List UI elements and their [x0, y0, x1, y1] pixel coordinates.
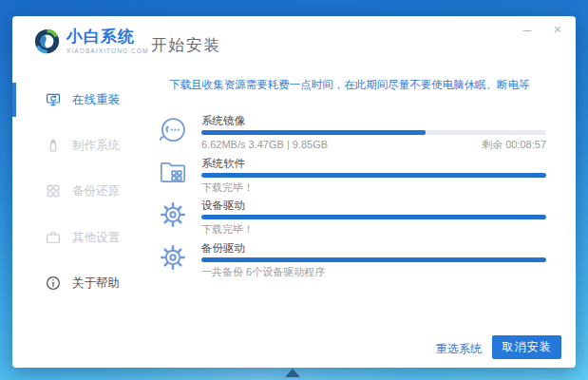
sidebar-item-backup-restore[interactable]: 备份还原 — [45, 180, 120, 202]
task-detail: 下载完毕！ — [201, 181, 254, 193]
install-notice: 下载且收集资源需要耗费一点时间，在此期间尽量不要使电脑休眠、断电等 — [145, 78, 554, 92]
task-label: 备份驱动 — [201, 241, 546, 255]
progress-bar-fill — [201, 257, 546, 262]
sidebar-item-label: 关于帮助 — [72, 276, 120, 292]
brand-logo: 小白系统 XIAOBAIXITONG.COM — [34, 28, 148, 54]
backup-grid-icon — [45, 182, 62, 200]
sidebar-item-label: 其他设置 — [72, 230, 120, 246]
info-icon — [45, 275, 62, 292]
progress-bar — [201, 257, 546, 262]
sidebar-item-online-reinstall[interactable]: 在线重装 — [45, 88, 120, 111]
task-label: 设备驱动 — [201, 199, 546, 212]
progress-bar — [201, 130, 546, 135]
progress-bar — [201, 173, 546, 178]
sidebar-item-label: 备份还原 — [72, 183, 120, 200]
sidebar-active-indicator — [12, 83, 16, 117]
task-list: 系统镜像 6.62MB/s 3.47GB | 9.85GB 剩余 00:08:5… — [157, 114, 546, 283]
sidebar-item-about-help[interactable]: 关于帮助 — [45, 272, 120, 294]
window-controls: – × — [519, 20, 566, 37]
toolbox-icon — [45, 229, 62, 246]
gear-icon — [158, 200, 190, 230]
mascot-icon — [158, 115, 190, 145]
sidebar-item-other-settings[interactable]: 其他设置 — [45, 226, 120, 249]
cancel-install-button[interactable]: 取消安装 — [492, 335, 561, 359]
minimize-button[interactable]: – — [519, 20, 536, 37]
task-row-system-image: 系统镜像 6.62MB/s 3.47GB | 9.85GB 剩余 00:08:5… — [157, 114, 546, 157]
sidebar-item-label: 制作系统 — [72, 138, 120, 154]
brand-domain: XIAOBAIXITONG.COM — [66, 48, 148, 54]
close-button[interactable]: × — [549, 20, 566, 37]
progress-bar-fill — [201, 130, 426, 135]
task-detail: 一共备份 6个设备驱动程序 — [201, 266, 325, 277]
progress-bar-fill — [201, 173, 546, 178]
page-title: 开始安装 — [151, 35, 221, 56]
task-row-backup-driver: 备份驱动 一共备份 6个设备驱动程序 — [157, 241, 546, 284]
gear-icon — [158, 242, 190, 273]
task-detail: 下载完毕！ — [201, 223, 254, 235]
monitor-refresh-icon — [45, 91, 62, 108]
task-row-device-driver: 设备驱动 下载完毕！ — [157, 199, 546, 241]
software-folder-icon — [158, 158, 190, 188]
task-remaining-time: 剩余 00:08:57 — [482, 139, 546, 150]
app-window: – × 小白系统 XIAOBAIXITONG.COM 开始安装 — [12, 16, 576, 368]
progress-bar-fill — [201, 215, 546, 219]
brand-name: 小白系统 — [66, 28, 148, 46]
task-label: 系统镜像 — [201, 114, 546, 127]
sidebar-item-make-system[interactable]: 制作系统 — [45, 134, 120, 157]
progress-bar — [201, 215, 546, 219]
reselect-system-button[interactable]: 重选系统 — [436, 341, 482, 357]
task-label: 系统软件 — [201, 157, 546, 170]
sidebar-item-label: 在线重装 — [72, 92, 120, 108]
task-detail: 6.62MB/s 3.47GB | 9.85GB — [201, 139, 328, 150]
brand-logo-icon — [34, 28, 60, 54]
task-row-system-software: 系统软件 下载完毕！ — [157, 157, 546, 200]
usb-icon — [45, 137, 62, 154]
wallpaper-detail — [285, 369, 300, 377]
